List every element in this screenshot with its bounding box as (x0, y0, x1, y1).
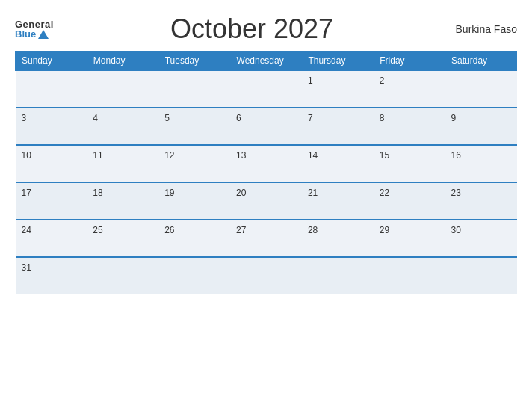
calendar-day-cell: 12 (158, 145, 230, 182)
calendar-day-cell (445, 257, 517, 294)
calendar-day-cell: 13 (230, 145, 302, 182)
header-sunday: Sunday (16, 52, 87, 71)
header-wednesday: Wednesday (230, 52, 302, 71)
calendar-page: General Blue October 2027 Burkina Faso S… (0, 0, 532, 411)
calendar-table: Sunday Monday Tuesday Wednesday Thursday… (15, 51, 517, 294)
calendar-day-cell (374, 257, 445, 294)
calendar-body: 1234567891011121314151617181920212223242… (16, 70, 517, 294)
calendar-day-cell (158, 257, 230, 294)
calendar-day-cell: 31 (16, 257, 87, 294)
calendar-week-row: 3456789 (16, 108, 517, 145)
calendar-day-cell (87, 70, 158, 108)
calendar-day-cell: 15 (374, 145, 445, 182)
calendar-title: October 2027 (54, 13, 450, 45)
calendar-day-cell: 2 (374, 70, 445, 108)
calendar-day-cell: 30 (445, 220, 517, 257)
header-thursday: Thursday (302, 52, 374, 71)
calendar-header: General Blue October 2027 Burkina Faso (15, 13, 517, 45)
calendar-day-cell: 17 (16, 182, 87, 220)
country-label: Burkina Faso (450, 23, 517, 35)
calendar-day-cell: 6 (230, 108, 302, 145)
logo: General Blue (15, 19, 54, 39)
calendar-day-cell (230, 70, 302, 108)
calendar-day-cell (87, 257, 158, 294)
calendar-day-cell: 21 (302, 182, 374, 220)
calendar-day-cell (158, 70, 230, 108)
calendar-day-cell: 18 (87, 182, 158, 220)
calendar-day-cell (445, 70, 517, 108)
calendar-day-cell: 10 (16, 145, 87, 182)
calendar-day-cell: 1 (302, 70, 374, 108)
calendar-day-cell: 25 (87, 220, 158, 257)
calendar-day-cell: 27 (230, 220, 302, 257)
calendar-day-cell: 7 (302, 108, 374, 145)
calendar-day-cell: 29 (374, 220, 445, 257)
calendar-week-row: 10111213141516 (16, 145, 517, 182)
calendar-day-cell: 14 (302, 145, 374, 182)
calendar-day-cell: 9 (445, 108, 517, 145)
calendar-week-row: 17181920212223 (16, 182, 517, 220)
calendar-week-row: 24252627282930 (16, 220, 517, 257)
calendar-day-cell: 28 (302, 220, 374, 257)
logo-blue-text: Blue (15, 29, 49, 39)
calendar-day-cell: 4 (87, 108, 158, 145)
calendar-day-cell (230, 257, 302, 294)
calendar-day-cell: 19 (158, 182, 230, 220)
logo-triangle-icon (38, 30, 49, 39)
calendar-day-cell (302, 257, 374, 294)
calendar-week-row: 12 (16, 70, 517, 108)
calendar-day-cell: 23 (445, 182, 517, 220)
header-friday: Friday (374, 52, 445, 71)
calendar-day-cell (16, 70, 87, 108)
calendar-day-cell: 5 (158, 108, 230, 145)
header-tuesday: Tuesday (158, 52, 230, 71)
calendar-day-cell: 26 (158, 220, 230, 257)
header-monday: Monday (87, 52, 158, 71)
calendar-day-cell: 8 (374, 108, 445, 145)
header-saturday: Saturday (445, 52, 517, 71)
calendar-day-cell: 22 (374, 182, 445, 220)
calendar-day-cell: 16 (445, 145, 517, 182)
calendar-week-row: 31 (16, 257, 517, 294)
weekday-header-row: Sunday Monday Tuesday Wednesday Thursday… (16, 52, 517, 71)
calendar-day-cell: 20 (230, 182, 302, 220)
calendar-day-cell: 11 (87, 145, 158, 182)
calendar-day-cell: 3 (16, 108, 87, 145)
calendar-day-cell: 24 (16, 220, 87, 257)
